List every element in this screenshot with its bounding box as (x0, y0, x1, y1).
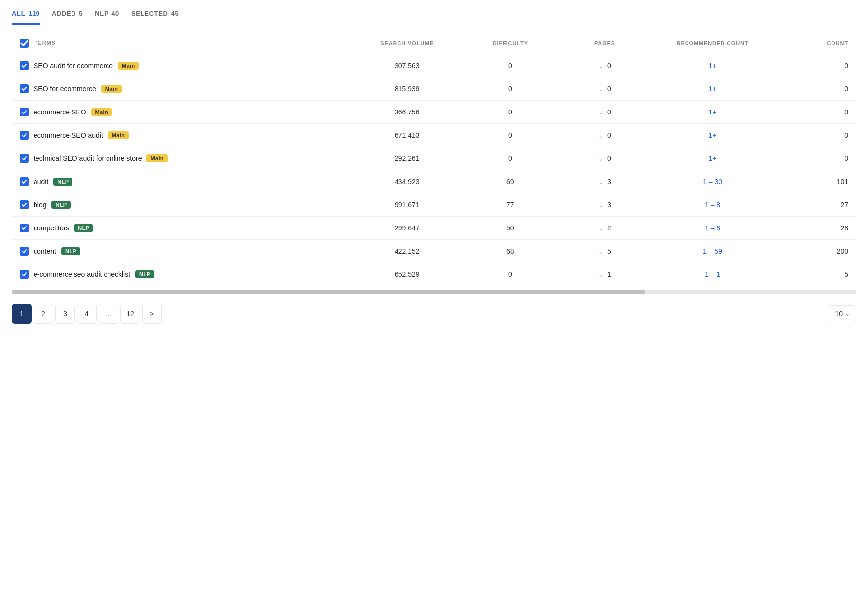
row-checkbox-8[interactable] (20, 247, 29, 256)
search-volume-cell-0: 307,563 (353, 54, 461, 77)
difficulty-cell-5: 69 (461, 170, 560, 193)
pages-chevron-8[interactable]: ⌄ (598, 248, 603, 255)
recommended-count-cell-0: 1+ (650, 54, 775, 77)
tab-label-added: ADDED (52, 10, 76, 17)
pages-chevron-7[interactable]: ⌄ (598, 225, 603, 232)
pagination: 1234...12> (12, 304, 162, 324)
term-tag-4: Main (146, 154, 167, 162)
tab-selected[interactable]: SELECTED 45 (131, 10, 179, 25)
term-text-5: audit (34, 178, 48, 186)
difficulty-label: DIFFICULTY (493, 40, 528, 46)
recommended-count-cell-3: 1+ (650, 124, 775, 147)
search-volume-cell-2: 366,756 (353, 101, 461, 124)
page-btn-3[interactable]: 3 (55, 304, 75, 324)
pages-chevron-4[interactable]: ⌄ (598, 155, 603, 162)
search-volume-cell-3: 671,413 (353, 124, 461, 147)
recommended-count-link-7[interactable]: 1 – 8 (705, 224, 720, 232)
count-header: COUNT (775, 33, 856, 54)
count-cell-0: 0 (775, 54, 856, 77)
recommended-count-link-2[interactable]: 1+ (709, 108, 717, 116)
pagination-wrapper: 1234...12> 10 ⌄ (12, 304, 856, 324)
terms-cell-6: blog NLP (12, 193, 353, 217)
row-checkbox-6[interactable] (20, 200, 29, 209)
pages-header: PAGES (560, 33, 650, 54)
term-tag-2: Main (91, 108, 112, 116)
difficulty-cell-0: 0 (461, 54, 560, 77)
table-row: competitors NLP 299,647 50 ⌄ 2 1 – 8 28 (12, 217, 856, 240)
term-text-6: blog (34, 201, 46, 209)
recommended-count-cell-1: 1+ (650, 77, 775, 101)
per-page-value: 10 (835, 310, 843, 318)
pagination-ellipsis[interactable]: ... (99, 304, 118, 324)
horizontal-scrollbar[interactable] (12, 290, 856, 294)
row-checkbox-3[interactable] (20, 131, 29, 140)
row-checkbox-0[interactable] (20, 61, 29, 70)
row-checkbox-7[interactable] (20, 224, 29, 232)
terms-cell-1: SEO for ecommerce Main (12, 77, 353, 101)
recommended-count-link-9[interactable]: 1 – 1 (705, 270, 720, 278)
term-tag-9: NLP (135, 270, 154, 278)
per-page-select[interactable]: 10 ⌄ (829, 305, 856, 322)
keywords-table: TERMS SEARCH VOLUME DIFFICULTY PAGES REC… (12, 33, 856, 286)
pages-chevron-2[interactable]: ⌄ (598, 109, 603, 116)
recommended-count-link-0[interactable]: 1+ (709, 62, 717, 70)
tab-all[interactable]: ALL 119 (12, 10, 40, 25)
page-btn-2[interactable]: 2 (34, 304, 53, 324)
table-row: e-commerce seo audit checklist NLP 652,5… (12, 263, 856, 286)
difficulty-cell-2: 0 (461, 101, 560, 124)
pages-cell-0: ⌄ 0 (560, 54, 650, 77)
row-checkbox-4[interactable] (20, 154, 29, 163)
term-tag-0: Main (118, 62, 139, 70)
row-checkbox-9[interactable] (20, 270, 29, 279)
page-btn-4[interactable]: 4 (77, 304, 97, 324)
tab-count-all: 119 (28, 10, 40, 17)
tabs: ALL 119ADDED 5NLP 40SELECTED 45 (12, 10, 856, 25)
recommended-count-link-8[interactable]: 1 – 59 (703, 247, 722, 255)
pagination-next[interactable]: > (142, 304, 162, 324)
recommended-count-link-1[interactable]: 1+ (709, 85, 717, 93)
pages-chevron-6[interactable]: ⌄ (598, 202, 603, 209)
term-text-1: SEO for ecommerce (34, 85, 96, 93)
recommended-count-cell-8: 1 – 59 (650, 240, 775, 263)
select-all-checkbox[interactable] (20, 39, 29, 48)
recommended-count-link-3[interactable]: 1+ (709, 131, 717, 139)
term-tag-5: NLP (53, 178, 72, 186)
terms-cell-2: ecommerce SEO Main (12, 101, 353, 124)
pages-cell-1: ⌄ 0 (560, 77, 650, 101)
pages-cell-9: ⌄ 1 (560, 263, 650, 286)
terms-cell-7: competitors NLP (12, 217, 353, 240)
scrollbar-thumb[interactable] (12, 290, 645, 294)
pages-cell-6: ⌄ 3 (560, 193, 650, 217)
row-checkbox-5[interactable] (20, 177, 29, 186)
page-btn-12[interactable]: 12 (120, 304, 140, 324)
pages-cell-8: ⌄ 5 (560, 240, 650, 263)
count-cell-5: 101 (775, 170, 856, 193)
recommended-count-link-5[interactable]: 1 – 30 (703, 178, 722, 186)
row-checkbox-2[interactable] (20, 108, 29, 116)
table-row: audit NLP 434,923 69 ⌄ 3 1 – 30 101 (12, 170, 856, 193)
recommended-count-link-6[interactable]: 1 – 8 (705, 201, 720, 209)
terms-cell-0: SEO audit for ecommerce Main (12, 54, 353, 77)
recommended-count-cell-4: 1+ (650, 147, 775, 170)
terms-cell-9: e-commerce seo audit checklist NLP (12, 263, 353, 286)
pages-chevron-0[interactable]: ⌄ (598, 63, 603, 70)
tab-label-nlp: NLP (95, 10, 108, 17)
tab-added[interactable]: ADDED 5 (52, 10, 83, 25)
pages-chevron-5[interactable]: ⌄ (598, 179, 603, 186)
table-row: technical SEO audit for online store Mai… (12, 147, 856, 170)
recommended-count-link-4[interactable]: 1+ (709, 154, 717, 162)
difficulty-header: DIFFICULTY (461, 33, 560, 54)
pages-chevron-9[interactable]: ⌄ (598, 271, 603, 278)
search-volume-cell-4: 292,261 (353, 147, 461, 170)
tab-nlp[interactable]: NLP 40 (95, 10, 119, 25)
search-volume-cell-1: 815,939 (353, 77, 461, 101)
pages-chevron-1[interactable]: ⌄ (598, 86, 603, 93)
difficulty-cell-6: 77 (461, 193, 560, 217)
term-text-3: ecommerce SEO audit (34, 131, 103, 139)
search-volume-cell-5: 434,923 (353, 170, 461, 193)
pages-chevron-3[interactable]: ⌄ (598, 132, 603, 139)
row-checkbox-1[interactable] (20, 84, 29, 93)
page-btn-1[interactable]: 1 (12, 304, 32, 324)
difficulty-cell-1: 0 (461, 77, 560, 101)
search-volume-header: SEARCH VOLUME (353, 33, 461, 54)
